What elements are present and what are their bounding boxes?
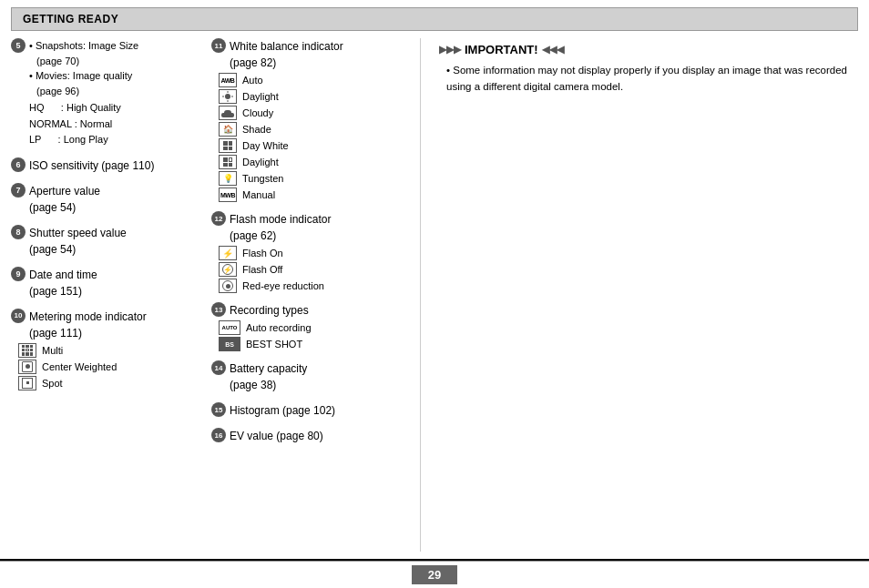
section-15-title: Histogram (page 102) (230, 402, 335, 419)
section-8-header: 8 Shutter speed value (page 54) (11, 225, 202, 258)
num-8: 8 (11, 225, 26, 239)
spot-icon (18, 376, 36, 390)
section-10-title2: (page 111) (29, 325, 147, 341)
section-14-title2: (page 38) (230, 377, 307, 393)
mwb-label: Manual (242, 189, 275, 200)
section-16-header: 16 EV value (page 80) (211, 428, 411, 444)
daywhite-label: Day White (242, 140, 289, 151)
page-number: 29 (412, 565, 457, 584)
section-11-title: White balance indicator (230, 38, 343, 55)
section-7-title: Aperture value (29, 183, 100, 199)
section-16: 16 EV value (page 80) (211, 428, 411, 444)
page-wrapper: GETTING READY 5 • Snapshots: Image Size … (0, 0, 869, 588)
center-icon (18, 360, 36, 374)
num-11: 11 (211, 38, 226, 53)
section-11-header: 11 White balance indicator (page 82) (211, 38, 411, 71)
section-10: 10 Metering mode indicator (page 111) (11, 309, 202, 390)
section-15-header: 15 Histogram (page 102) (211, 402, 411, 419)
important-arrow-right: ◀◀◀ (542, 44, 564, 56)
section-7-header: 7 Aperture value (page 54) (11, 183, 202, 216)
awb-label: Auto (242, 75, 263, 86)
section-9-title: Date and time (29, 267, 97, 283)
col-left: 5 • Snapshots: Image Size (page 70) • Mo… (11, 38, 211, 552)
mwb-icon: MWB (219, 188, 237, 202)
spot-label: Spot (42, 378, 63, 389)
section-12: 12 Flash mode indicator (page 62) ⚡ Flas… (211, 211, 411, 293)
num-13: 13 (211, 302, 226, 317)
section-6-title: ISO sensitivity (page 110) (29, 157, 154, 174)
wb-shade-row: 🏠 Shade (219, 122, 411, 137)
section-13-header: 13 Recording types (211, 302, 411, 319)
flash-off-label: Flash Off (242, 264, 282, 275)
section-5: 5 • Snapshots: Image Size (page 70) • Mo… (11, 38, 202, 148)
awb-icon: AWB (219, 73, 237, 87)
num-9: 9 (11, 267, 26, 281)
section-11: 11 White balance indicator (page 82) AWB… (211, 38, 411, 202)
wb-daywhite-row: Day White (219, 138, 411, 153)
section-14-header: 14 Battery capacity (page 38) (211, 360, 411, 393)
section-10-title: Metering mode indicator (29, 309, 147, 325)
flash-on-icon: ⚡ (219, 246, 237, 260)
bs-label: BEST SHOT (246, 339, 302, 350)
section-13-title: Recording types (230, 302, 309, 319)
important-section: ▶▶▶ IMPORTANT! ◀◀◀ • Some information ma… (439, 38, 858, 100)
auto-label: Auto recording (246, 322, 312, 333)
wb-tungsten-row: 💡 Tungsten (219, 171, 411, 186)
page-num-bar: 29 (0, 561, 869, 588)
section-14-title: Battery capacity (230, 360, 307, 377)
center-label: Center Weighted (42, 361, 117, 372)
content-area: 5 • Snapshots: Image Size (page 70) • Mo… (0, 31, 869, 559)
shade-icon: 🏠 (219, 122, 237, 137)
flash-off-icon: ⚡ (219, 262, 237, 277)
auto-icon: AUTO (219, 320, 240, 335)
num-14: 14 (211, 360, 226, 375)
flash-off-row: ⚡ Flash Off (219, 262, 411, 277)
section-12-title2: (page 62) (230, 228, 331, 244)
header-title: GETTING READY (23, 13, 118, 25)
daylight-icon (219, 89, 237, 104)
section-7: 7 Aperture value (page 54) (11, 183, 202, 216)
num-15: 15 (211, 402, 226, 417)
section-6: 6 ISO sensitivity (page 110) (11, 157, 202, 174)
daylight2-icon (219, 155, 237, 169)
num-10: 10 (11, 309, 26, 323)
metering-spot-row: Spot (18, 376, 202, 390)
bs-icon: BS (219, 337, 240, 351)
redeye-row: Red-eye reduction (219, 279, 411, 293)
bestshot-row: BS BEST SHOT (219, 337, 411, 351)
section-9: 9 Date and time (page 151) (11, 267, 202, 299)
section-9-header: 9 Date and time (page 151) (11, 267, 202, 299)
important-text: • Some information may not display prope… (446, 62, 858, 96)
col-right: ▶▶▶ IMPORTANT! ◀◀◀ • Some information ma… (421, 38, 858, 552)
section-8-title2: (page 54) (29, 241, 127, 258)
important-title: ▶▶▶ IMPORTANT! ◀◀◀ (439, 43, 858, 56)
num-12: 12 (211, 211, 226, 226)
redeye-label: Red-eye reduction (242, 280, 324, 291)
tungsten-label: Tungsten (242, 173, 283, 184)
section-12-header: 12 Flash mode indicator (page 62) (211, 211, 411, 244)
tungsten-icon: 💡 (219, 171, 237, 186)
section-9-title2: (page 151) (29, 283, 97, 299)
cloudy-label: Cloudy (242, 107, 273, 118)
wb-daylight2-row: Daylight (219, 155, 411, 169)
section-13: 13 Recording types AUTO Auto recording B… (211, 302, 411, 351)
wb-cloudy-row: Cloudy (219, 106, 411, 120)
metering-multi-row: Multi (18, 343, 202, 358)
num-16: 16 (211, 428, 226, 442)
section-12-title: Flash mode indicator (230, 211, 331, 228)
important-title-text: IMPORTANT! (465, 43, 538, 56)
section-14: 14 Battery capacity (page 38) (211, 360, 411, 393)
metering-center-row: Center Weighted (18, 360, 202, 374)
wb-auto-row: AWB Auto (219, 73, 411, 87)
daylight2-label: Daylight (242, 157, 279, 167)
section-8: 8 Shutter speed value (page 54) (11, 225, 202, 258)
col-middle: 11 White balance indicator (page 82) AWB… (211, 38, 421, 552)
daylight-label: Daylight (242, 91, 279, 102)
multi-label: Multi (42, 345, 63, 356)
section-7-title2: (page 54) (29, 199, 100, 216)
important-bullet: • Some information may not display prope… (446, 65, 847, 92)
section-16-title: EV value (page 80) (230, 428, 323, 444)
flash-on-row: ⚡ Flash On (219, 246, 411, 260)
important-arrow-left: ▶▶▶ (439, 44, 461, 56)
section-6-header: 6 ISO sensitivity (page 110) (11, 157, 202, 174)
